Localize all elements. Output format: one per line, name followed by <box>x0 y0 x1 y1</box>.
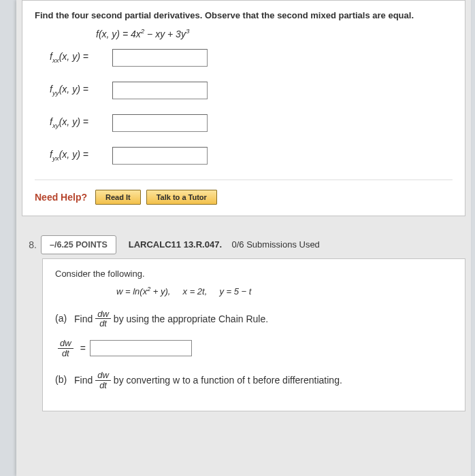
row-fyx: fyx(x, y) = <box>50 147 453 165</box>
fxy-post: (x, y) = <box>59 116 88 127</box>
part-b-after: by converting w to a function of t befor… <box>114 375 342 386</box>
fyx-post: (x, y) = <box>59 149 88 160</box>
need-help-row: Need Help? Read It Talk to a Tutor <box>35 180 453 205</box>
fyx-sub: yx <box>52 154 59 162</box>
fxx-post: (x, y) = <box>59 51 88 62</box>
points-box: –/6.25 POINTS <box>41 235 116 254</box>
q7-prompt: Find the four second partial derivatives… <box>35 10 453 20</box>
q8-equations: w = ln(x2 + y), x = 2t, y = 5 − t <box>116 286 453 296</box>
part-b-label: (b) <box>55 374 74 385</box>
part-a-find: Find <box>74 313 93 324</box>
part-b: (b) Find dw dt by converting w to a func… <box>55 370 453 390</box>
eq-x: x = 2t, <box>183 286 208 296</box>
part-a-answer-row: dw dt = <box>55 339 453 358</box>
func-lhs: f(x, y) = <box>96 29 131 39</box>
fyy-input[interactable] <box>112 82 208 99</box>
problem-code: LARCALC11 13.R.047. <box>129 239 222 250</box>
row-fxx: fxx(x, y) = <box>50 49 453 67</box>
frac-top-ans: dw <box>58 339 73 349</box>
frac-top-a: dw <box>95 309 111 320</box>
part-a-label: (a) <box>55 313 74 324</box>
q8-number: 8. <box>16 239 37 250</box>
part-a-input[interactable] <box>90 340 192 356</box>
eq-w-a: w = ln(x <box>116 286 147 296</box>
q7-function: f(x, y) = 4x2 − xy + 3y3 <box>96 27 453 39</box>
fxx-sub: xx <box>52 56 59 64</box>
part-a: (a) Find dw dt by using the appropriate … <box>55 309 453 329</box>
question-7-container: Find the four second partial derivatives… <box>22 0 465 216</box>
fyx-input[interactable] <box>112 147 208 165</box>
question-8-container: Consider the following. w = ln(x2 + y), … <box>42 258 465 412</box>
submissions-used: 0/6 Submissions Used <box>232 239 320 250</box>
fyx-label: fyx(x, y) = <box>50 149 112 162</box>
frac-bot-a: dt <box>95 319 111 328</box>
frac-bot-b: dt <box>95 381 111 390</box>
fyy-sub: yy <box>52 89 59 97</box>
problem-ref: LARCALC11 13.R.047. 0/6 Submissions Used <box>129 239 320 250</box>
question-8-body: Consider the following. w = ln(x2 + y), … <box>43 259 465 411</box>
read-it-button[interactable]: Read It <box>95 190 141 205</box>
fyy-label: fyy(x, y) = <box>50 84 112 97</box>
row-fxy: fxy(x, y) = <box>50 114 453 132</box>
fxy-sub: xy <box>52 122 59 129</box>
sup-3: 3 <box>186 27 189 35</box>
part-b-find: Find <box>74 375 93 386</box>
row-fyy: fyy(x, y) = <box>50 82 453 99</box>
func-rhs-a: 4x <box>131 29 141 39</box>
eq-w-b: + y), <box>150 286 170 296</box>
fyy-post: (x, y) = <box>59 84 88 95</box>
func-rhs-b: − xy + 3y <box>144 29 186 39</box>
fxx-input[interactable] <box>112 49 208 67</box>
question-7-body: Find the four second partial derivatives… <box>22 1 465 216</box>
frac-bot-ans: dt <box>58 349 73 358</box>
frac-top-b: dw <box>95 371 111 381</box>
fxx-label: fxx(x, y) = <box>50 51 112 64</box>
talk-to-tutor-button[interactable]: Talk to a Tutor <box>146 190 217 205</box>
fxy-label: fxy(x, y) = <box>50 116 112 129</box>
eq-y: y = 5 − t <box>219 286 251 296</box>
question-8-header: 8. –/6.25 POINTS LARCALC11 13.R.047. 0/6… <box>16 235 465 254</box>
part-a-after: by using the appropriate Chain Rule. <box>114 313 268 324</box>
fxy-input[interactable] <box>112 114 208 132</box>
frac-dwdt-a: dw dt <box>95 309 111 328</box>
frac-dwdt-b: dw dt <box>95 371 111 390</box>
equals-sign: = <box>80 343 86 354</box>
consider-text: Consider the following. <box>55 269 453 279</box>
need-help-label: Need Help? <box>35 192 87 203</box>
frac-dwdt-ans: dw dt <box>58 339 73 358</box>
page: Find the four second partial derivatives… <box>16 0 471 476</box>
